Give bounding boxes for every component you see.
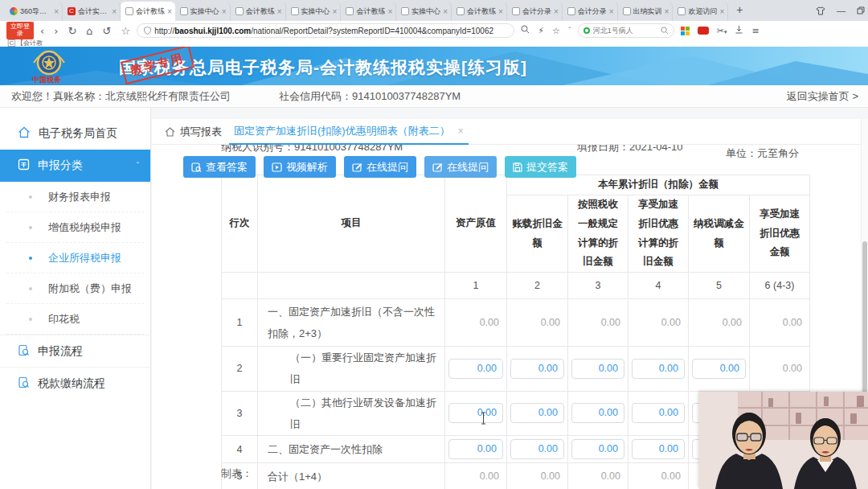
video-analysis-button[interactable]: 视频解析 [264, 156, 336, 178]
home-icon[interactable]: ⌂ [86, 25, 92, 37]
col-number-cell [222, 273, 258, 299]
amount-input[interactable]: 0.00 [510, 403, 564, 423]
refresh-icon[interactable]: ↻ [68, 25, 76, 37]
sidebar-item-declare-flow[interactable]: 申报流程 [0, 335, 150, 367]
browser-tab[interactable]: C会计实操培训× [63, 2, 121, 21]
sidebar-subitem[interactable]: 财务报表申报 [6, 182, 144, 212]
login-now-button[interactable]: 立即登录 [6, 22, 34, 39]
sidebar-subitem[interactable]: 印花税 [6, 304, 144, 335]
browser-tab[interactable]: 会计分录× [563, 2, 618, 21]
games-icon[interactable] [698, 27, 709, 35]
amount-input[interactable]: 0.00 [571, 359, 624, 379]
tab-close-icon[interactable]: × [443, 7, 448, 16]
bookmark-star-icon[interactable]: ☆ [552, 26, 560, 36]
sidebar-subitem[interactable]: 附加税（费）申报 [6, 273, 144, 304]
browser-tab[interactable]: 会计教练× [452, 2, 507, 21]
new-tab-button[interactable]: + [731, 2, 747, 18]
zoom-icon[interactable] [521, 25, 530, 36]
tab-close-icon[interactable]: × [277, 7, 282, 16]
back-icon[interactable]: ‹ [40, 25, 44, 37]
online-question-button[interactable]: 在线提问 [424, 156, 497, 178]
tab-report-active[interactable]: 固定资产加速折旧(扣除)优惠明细表（附表二） × [229, 119, 469, 145]
col-header-item: 项目 [258, 175, 445, 273]
browser-tab[interactable]: 欢迎访问× [673, 2, 728, 21]
bullet-dot-icon [29, 318, 32, 321]
tab-close-icon[interactable]: × [554, 7, 559, 16]
tab-fill-report[interactable]: 填写报表 [165, 119, 222, 145]
view-answer-icon [191, 162, 202, 172]
tab-favicon-icon [457, 7, 465, 15]
bookmark-item[interactable]: 🄲 【会计教 [8, 39, 43, 47]
screenshot-scissors-icon[interactable]: ✂▾ [717, 26, 727, 36]
col-header-row-no: 行次 [222, 175, 258, 273]
browser-tab[interactable]: 360导航_一× [5, 2, 63, 21]
address-bar[interactable]: http://baoshui.kjjl100.com/national/Repo… [137, 23, 514, 38]
chevron-down-icon: ˇ [137, 162, 139, 171]
tab-close-icon[interactable]: × [54, 7, 59, 16]
browser-tab[interactable]: 会计教练× [341, 2, 396, 21]
minimize-button[interactable]: — [837, 6, 845, 15]
search-icon[interactable] [661, 27, 669, 35]
report-date-text: 填报日期：2021-04-10 [577, 145, 683, 154]
tab-close-icon[interactable]: × [498, 7, 503, 16]
sidebar-subitem[interactable]: 增值税纳税申报 [6, 212, 144, 243]
browser-tab[interactable]: 会计教练× [231, 2, 286, 21]
amount-input[interactable]: 0.00 [510, 439, 564, 459]
amount-input[interactable]: 0.00 [632, 359, 685, 379]
restore-button[interactable] [857, 6, 865, 14]
star-icon[interactable]: ☆ [121, 25, 130, 37]
bookmarks-bar: 🄲 【会计教 [0, 40, 868, 47]
browser-search-input[interactable]: 河北1号病人 [578, 23, 674, 38]
amount-input[interactable]: 0.00 [632, 403, 685, 423]
amount-input[interactable]: 0.00 [692, 359, 746, 379]
tab-label: 会计教练 [356, 6, 385, 17]
online-question-button[interactable]: 在线提问 [344, 156, 416, 178]
tab-close-icon[interactable]: × [665, 7, 669, 16]
browser-tab[interactable]: 实操中心× [396, 2, 452, 21]
value-cell: 0.00 [689, 299, 750, 347]
amount-input[interactable]: 0.00 [632, 439, 685, 459]
browser-tab[interactable]: 会计教练× [121, 2, 175, 21]
value-cell: 0.00 [445, 391, 507, 436]
undo-icon[interactable]: ↺ [103, 25, 112, 37]
tab-close-icon[interactable]: × [112, 7, 117, 16]
amount-input[interactable]: 0.00 [510, 359, 564, 379]
forward-icon[interactable]: › [54, 25, 58, 37]
tab-close-icon[interactable]: × [719, 7, 724, 16]
browser-tab[interactable]: 出纳实训× [618, 2, 674, 21]
tab-close-icon[interactable]: × [333, 7, 338, 16]
reader-icon[interactable]: ⚡ [538, 26, 544, 36]
amount-input[interactable]: 0.00 [571, 403, 624, 423]
download-icon[interactable] [735, 25, 743, 36]
submit-answer-button[interactable]: 提交答案 [505, 156, 576, 178]
tab-close-icon[interactable]: × [167, 7, 172, 16]
close-tab-icon[interactable]: × [458, 125, 464, 137]
amount-input[interactable]: 0.00 [448, 439, 503, 459]
browser-skin-icon[interactable] [816, 6, 825, 15]
tab-favicon-icon [180, 7, 188, 15]
menu-icon[interactable]: ≡ [751, 26, 759, 36]
browser-tab[interactable]: 实操中心× [286, 2, 342, 21]
sidebar-item-declare-category[interactable]: 申报分类ˇ [0, 150, 150, 182]
browser-tab[interactable]: 实操中心× [175, 2, 231, 21]
amount-input[interactable]: 0.00 [448, 403, 503, 423]
tab-close-icon[interactable]: × [387, 7, 392, 16]
tab-close-icon[interactable]: × [609, 7, 614, 16]
tab-label: 会计分录 [578, 6, 607, 17]
tab-favicon-icon [125, 7, 133, 15]
amount-input[interactable]: 0.00 [571, 439, 624, 459]
sidebar-subitem[interactable]: 企业所得税申报 [6, 243, 144, 273]
tab-close-icon[interactable]: × [222, 7, 227, 16]
chevron-down-icon[interactable]: ˇ [568, 27, 571, 35]
sidebar-item-home[interactable]: 电子税务局首页 [0, 117, 150, 150]
back-home-link[interactable]: 返回实操首页 > [787, 89, 858, 104]
site-info-icon[interactable] [144, 27, 151, 35]
view-answer-button[interactable]: 查看答案 [183, 156, 256, 178]
video-icon [272, 162, 282, 172]
apps-grid-icon[interactable] [681, 27, 690, 35]
browser-tab-strip: 360导航_一×C会计实操培训×会计教练×实操中心×会计教练×实操中心×会计教练… [0, 0, 868, 21]
amount-input[interactable]: 0.00 [448, 359, 503, 379]
sidebar-item-payment-flow[interactable]: 税款缴纳流程 [0, 367, 150, 399]
sidebar-subitem-label: 增值税纳税申报 [48, 220, 121, 235]
browser-tab[interactable]: 会计分录× [507, 2, 563, 21]
